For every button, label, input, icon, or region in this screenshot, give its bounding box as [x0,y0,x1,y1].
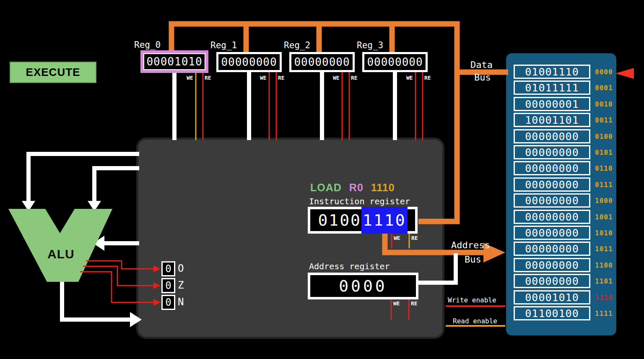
address-bus-label-line2: Bus [465,254,481,265]
memory-cell: 00000000 [514,161,590,175]
memory-row: 100011010011 [506,113,616,127]
alu-input-a-arrowhead [22,201,35,211]
reg3-re-label: RE [424,75,431,81]
reg0-value: 00001010 [146,55,202,68]
memory-cell: 00000000 [514,274,590,288]
memory-cell: 00000000 [514,226,590,240]
memory-address-highlighted: 1110 [595,290,616,304]
memory-address: 0010 [595,97,616,111]
write-enable-label: Write enable [448,296,496,304]
memory-pointer-icon [615,68,634,79]
memory-cell: 00000000 [514,242,590,256]
flag-n-label: N [178,296,184,308]
address-bus-label-line1: Address [451,240,490,250]
reg0-we-label: WE [187,75,193,81]
flag-z-value: 0 [161,278,175,293]
reg3-label: Reg_3 [357,40,383,50]
instruction-operand-bits-highlighted: 1110 [361,207,408,234]
instruction-register-box: 01001110 [308,207,418,234]
reg1-we-label: WE [260,75,267,81]
memory-cell: 00000000 [514,145,590,159]
memory-row: 010111110001 [506,81,616,95]
alu-input-b-arrowhead [88,201,101,211]
reg2-re-label: RE [351,75,358,81]
reg2-value: 00000000 [294,56,350,68]
reg0-box: 00001010 [140,50,208,73]
memory-cell: 01001110 [514,65,590,79]
data-bus-label-line2: Bus [474,72,491,83]
memory-cell: 01100100 [514,306,590,320]
memory-address: 1001 [595,210,616,224]
memory-address: 0111 [595,177,616,192]
read-enable-label: Read enable [453,317,497,325]
reg1-box: 00000000 [216,52,282,72]
instruction-opcode-bits: 0100 [318,209,361,231]
memory-row: 011001001111 [506,306,616,320]
memory-address: 1111 [595,306,616,320]
memory-row: 000000001000 [506,193,616,208]
memory-row: 000000001011 [506,242,616,256]
memory-row: 000000000100 [506,129,616,143]
memory-row: 000000001101 [506,274,616,288]
memory-address: 0001 [595,81,616,95]
memory-address: 0000 [595,65,616,79]
alu-control-arrowhead [93,236,104,251]
flag-n-value: 0 [161,295,175,310]
memory-row: 000000001100 [506,258,616,272]
memory-cell: 10001101 [514,113,590,127]
memory-address: 1000 [595,193,616,208]
reg1-re-label: RE [278,75,285,81]
address-register-box: 0000 [308,273,418,299]
decoded-instruction: LOAD R0 1110 [310,182,395,194]
memory-cell: 00000000 [514,177,590,192]
memory-cell: 00001010 [514,290,590,304]
memory-cell: 00000000 [514,258,590,272]
memory-address: 0100 [595,129,616,143]
memory-cell: 00000000 [514,193,590,208]
reg2-label: Reg_2 [284,40,310,50]
memory-address: 0011 [595,113,616,127]
alu-input-a-wire [29,154,139,202]
memory-row: 010011100000 [506,65,616,79]
alu-output-wire [62,279,131,320]
instruction-register-label: Instruction register [309,196,410,206]
address-register-value: 0000 [339,275,387,297]
reg1-value: 00000000 [221,56,277,68]
memory-address: 1010 [595,226,616,240]
memory-row: 000000001001 [506,210,616,224]
reg3-we-label: WE [406,75,413,81]
memory-row: 000000000110 [506,161,616,175]
memory-address: 0101 [595,145,616,159]
cpu-simulator: 010011100000 010111110001 000000010010 1… [0,0,644,359]
memory-row: 000000010010 [506,97,616,111]
memory-cell: 00000001 [514,97,590,111]
reg2-box: 00000000 [289,52,355,72]
reg2-we-label: WE [333,75,340,81]
memory-row: 000000001010 [506,226,616,240]
alu-label: ALU [47,247,75,261]
areg-we-label: WE [393,300,400,307]
memory-row: 000000000111 [506,177,616,192]
alu-input-b-wire [94,168,139,202]
memory-cell: 00000000 [514,210,590,224]
reg1-label: Reg_1 [210,40,237,50]
reg3-value: 00000000 [367,56,423,68]
decoded-opcode: LOAD [310,182,342,194]
data-bus-label-line1: Data [470,60,493,70]
flag-o-label: O [178,263,184,274]
reg0-label: Reg_0 [134,40,161,50]
ir-we-label: WE [394,235,400,241]
memory-row: 000000000101 [506,145,616,159]
memory-address: 1100 [595,258,616,272]
memory-address: 0110 [595,161,616,175]
memory-block: 010011100000 010111110001 000000010010 1… [506,53,616,336]
alu-shape [8,209,112,282]
decoded-operand: 1110 [371,182,395,194]
execute-button[interactable]: EXECUTE [10,62,96,83]
reg3-box: 00000000 [362,52,428,72]
memory-address: 1101 [595,274,616,288]
memory-cell: 01011111 [514,81,590,95]
decoded-register: R0 [349,182,364,194]
ir-re-label: RE [411,235,418,241]
memory-row: 000010101110 [506,290,616,304]
